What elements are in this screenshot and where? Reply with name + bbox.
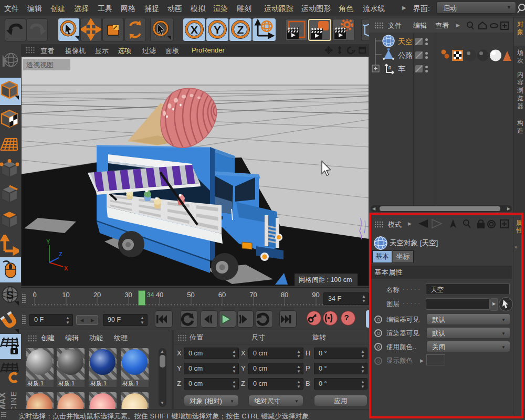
svg-text:网格间距 : 100 cm: 网格间距 : 100 cm — [299, 276, 352, 284]
svg-text:Z: Z — [59, 251, 62, 257]
svg-text:0: 0 — [388, 65, 391, 70]
svg-text:Y: Y — [214, 24, 221, 36]
svg-text:X: X — [191, 24, 198, 36]
svg-text:透视视图: 透视视图 — [26, 61, 54, 69]
svg-text:Y: Y — [46, 238, 50, 245]
svg-text:X: X — [64, 265, 68, 271]
svg-text:Z: Z — [237, 24, 244, 36]
svg-text:S: S — [6, 289, 14, 301]
svg-text:?: ? — [344, 313, 349, 322]
